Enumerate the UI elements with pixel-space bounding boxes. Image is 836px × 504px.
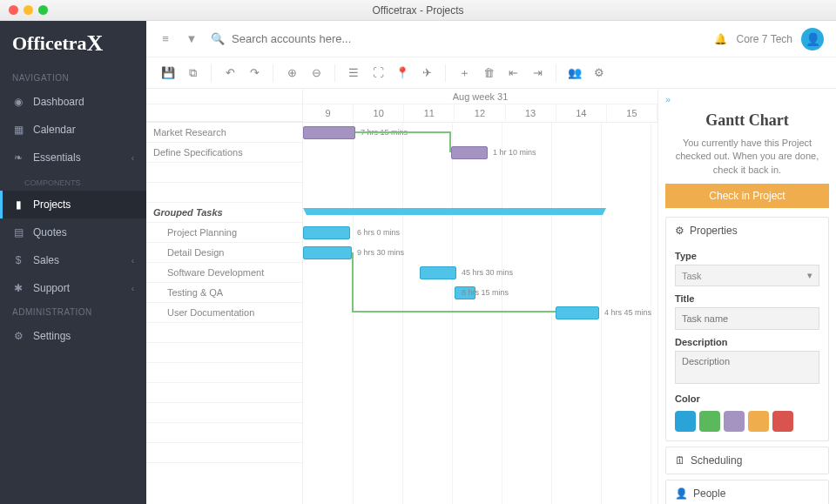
task-row[interactable]: Software Development <box>146 263 302 283</box>
task-row[interactable]: Grouped Tasks <box>146 203 302 223</box>
scheduling-section-header[interactable]: 🗓 Scheduling <box>666 447 828 474</box>
copy-icon[interactable]: ⧉ <box>183 64 202 83</box>
sidebar-item-projects[interactable]: ▮ Projects <box>0 191 146 218</box>
avatar[interactable]: 👤 <box>801 28 824 50</box>
title-input[interactable] <box>675 307 819 330</box>
window-close[interactable] <box>9 5 18 15</box>
sidebar-item-label: Sales <box>33 254 59 266</box>
gantt-bar[interactable] <box>556 306 599 319</box>
task-row[interactable] <box>146 183 302 203</box>
sidebar-item-essentials[interactable]: ❧ Essentials ‹ <box>0 144 146 171</box>
section-label: Scheduling <box>691 454 742 467</box>
people-section-header[interactable]: 👤 People <box>666 480 828 504</box>
task-row[interactable]: Define Specifications <box>146 143 302 163</box>
sidebar-item-label: Calendar <box>33 124 76 136</box>
task-row[interactable] <box>146 363 302 383</box>
task-row[interactable]: Market Research <box>146 123 302 143</box>
task-row[interactable] <box>146 403 302 423</box>
undo-icon[interactable]: ↶ <box>220 64 239 83</box>
sidebar-item-label: Projects <box>33 198 71 211</box>
color-swatch[interactable] <box>748 411 769 432</box>
gear-icon: ⚙ <box>675 225 684 237</box>
filter-icon[interactable]: ▼ <box>185 32 199 45</box>
trash-icon[interactable]: 🗑 <box>479 64 498 83</box>
gantt-bar[interactable] <box>303 226 350 239</box>
save-icon[interactable]: 💾 <box>158 64 178 83</box>
dependency-link <box>352 252 556 312</box>
send-icon[interactable]: ✈ <box>417 64 436 83</box>
sidebar-item-dashboard[interactable]: ◉ Dashboard <box>0 88 146 116</box>
document-icon: ▤ <box>12 226 24 239</box>
expand-icon[interactable]: ⛶ <box>368 64 388 83</box>
task-row[interactable] <box>146 343 302 363</box>
properties-section-header[interactable]: ⚙ Properties <box>666 218 828 244</box>
zoom-out-icon[interactable]: ⊖ <box>307 64 326 83</box>
nav-section-components: COMPONENTS <box>0 171 146 191</box>
day-header: 14 <box>556 104 607 122</box>
task-row[interactable] <box>146 323 302 343</box>
indent-out-icon[interactable]: ⇤ <box>503 64 522 83</box>
task-row[interactable]: User Documentation <box>146 303 302 323</box>
list-icon[interactable]: ☰ <box>344 64 363 83</box>
sidebar-item-calendar[interactable]: ▦ Calendar <box>0 116 146 144</box>
task-row[interactable] <box>146 163 302 183</box>
group-bar[interactable] <box>307 208 603 215</box>
chevron-left-icon: ‹ <box>131 256 134 265</box>
type-value: Task <box>682 271 702 281</box>
collapse-panel-icon[interactable]: » <box>665 94 829 108</box>
gauge-icon: ◉ <box>12 96 24 108</box>
section-label: People <box>693 487 725 500</box>
day-header: 12 <box>455 104 505 122</box>
type-select[interactable]: Task ▾ <box>675 265 819 286</box>
nav-section-navigation: NAVIGATION <box>0 68 146 88</box>
redo-icon[interactable]: ↷ <box>245 64 264 83</box>
gantt-bar[interactable] <box>303 246 352 259</box>
day-header: 11 <box>404 104 455 122</box>
sidebar-item-quotes[interactable]: ▤ Quotes <box>0 218 146 246</box>
window-minimize[interactable] <box>24 5 33 15</box>
dollar-icon: $ <box>12 254 24 266</box>
task-row[interactable]: Detail Design <box>146 243 302 263</box>
separator <box>273 64 273 82</box>
marker-icon[interactable]: 📍 <box>393 64 412 83</box>
gear-icon: ⚙ <box>12 330 24 342</box>
gantt-bar[interactable] <box>303 126 355 139</box>
add-icon[interactable]: ＋ <box>455 64 474 83</box>
separator <box>445 64 446 82</box>
color-swatch[interactable] <box>675 411 696 432</box>
task-row[interactable] <box>146 443 302 463</box>
indent-in-icon[interactable]: ⇥ <box>528 64 547 83</box>
gantt-bar[interactable] <box>451 146 488 159</box>
chevron-left-icon: ‹ <box>131 153 134 163</box>
gear-icon[interactable]: ⚙ <box>590 64 609 83</box>
sidebar-item-settings[interactable]: ⚙ Settings <box>0 322 146 350</box>
sidebar-item-support[interactable]: ✱ Support ‹ <box>0 274 146 302</box>
description-label: Description <box>675 330 819 351</box>
menu-icon[interactable]: ≡ <box>158 32 172 45</box>
bell-icon[interactable]: 🔔 <box>714 33 728 45</box>
description-input[interactable] <box>675 351 819 384</box>
zoom-in-icon[interactable]: ⊕ <box>282 64 301 83</box>
blank-header <box>146 89 302 104</box>
search-icon: 🔍 <box>211 32 225 45</box>
task-row[interactable] <box>146 423 302 443</box>
window-maximize[interactable] <box>38 5 48 15</box>
calendar-icon: 🗓 <box>675 454 685 467</box>
color-swatch[interactable] <box>699 411 720 432</box>
tasks-icon: ▮ <box>12 198 24 211</box>
color-swatch[interactable] <box>772 411 793 432</box>
task-row[interactable] <box>146 383 302 403</box>
day-header: 9 <box>303 104 354 122</box>
group-icon[interactable]: 👥 <box>565 64 584 83</box>
search-input[interactable] <box>232 32 423 45</box>
separator <box>334 64 335 82</box>
search-box[interactable]: 🔍 <box>211 32 702 45</box>
leaf-icon: ❧ <box>12 151 24 164</box>
task-row[interactable]: Testing & QA <box>146 283 302 303</box>
checkin-project-button[interactable]: Check in Project <box>665 184 829 208</box>
week-label: Aug week 31 <box>303 89 657 104</box>
task-row[interactable]: Project Planning <box>146 223 302 243</box>
chevron-down-icon: ▾ <box>807 270 812 281</box>
sidebar-item-sales[interactable]: $ Sales ‹ <box>0 246 146 274</box>
color-swatch[interactable] <box>724 411 745 432</box>
